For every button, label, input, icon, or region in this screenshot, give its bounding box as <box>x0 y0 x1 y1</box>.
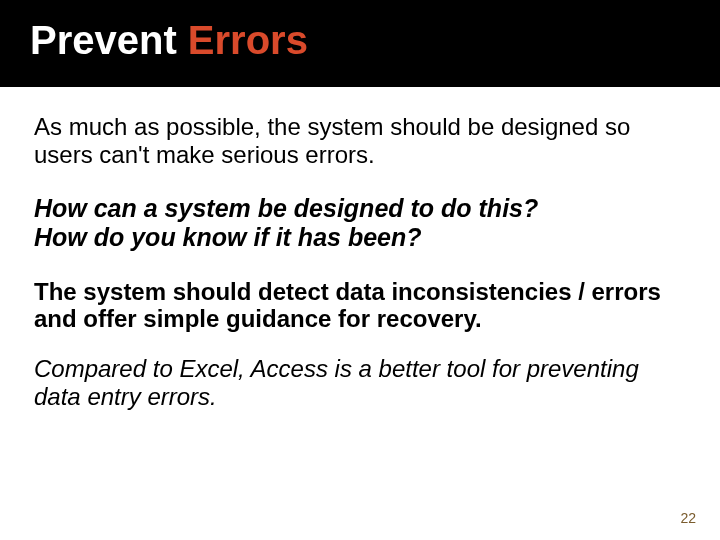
title-word-prevent: Prevent <box>30 18 188 62</box>
question-2: How do you know if it has been? <box>34 223 680 252</box>
intro-text: As much as possible, the system should b… <box>34 113 680 168</box>
question-1: How can a system be designed to do this? <box>34 194 680 223</box>
title-bar: Prevent Errors <box>0 0 720 87</box>
slide-body: As much as possible, the system should b… <box>0 87 720 412</box>
slide: Prevent Errors As much as possible, the … <box>0 0 720 540</box>
title-word-errors: Errors <box>188 18 308 62</box>
detect-text: The system should detect data inconsiste… <box>34 278 680 333</box>
compare-text: Compared to Excel, Access is a better to… <box>34 355 680 412</box>
questions-block: How can a system be designed to do this?… <box>34 194 680 252</box>
page-number: 22 <box>680 510 696 526</box>
